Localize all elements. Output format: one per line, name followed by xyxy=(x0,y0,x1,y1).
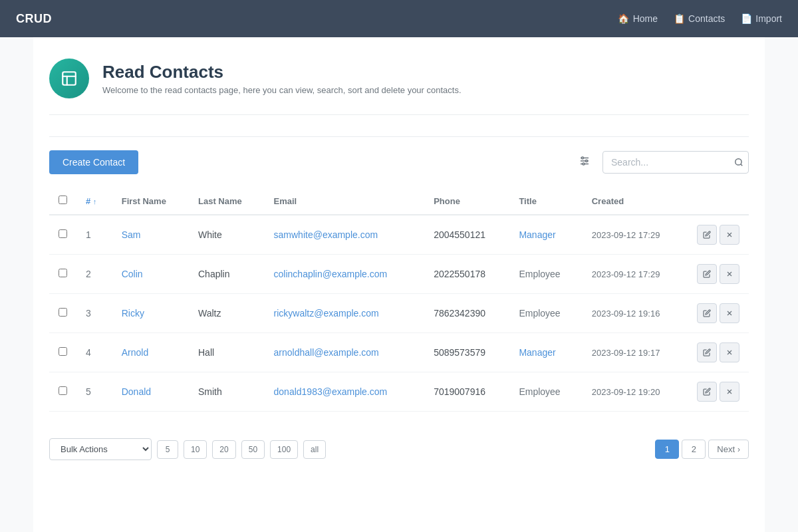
td-actions-1 xyxy=(688,215,749,255)
edit-button-3[interactable] xyxy=(697,303,717,323)
table-row: 4 Arnold Hall arnoldhall@example.com 508… xyxy=(49,333,749,372)
import-icon: 📄 xyxy=(741,13,751,24)
table-row: 5 Donald Smith donald1983@example.com 70… xyxy=(49,372,749,412)
td-actions-5 xyxy=(688,372,749,412)
td-created-1: 2023-09-12 17:29 xyxy=(583,215,688,255)
select-all-checkbox[interactable] xyxy=(59,196,67,204)
th-select-all xyxy=(49,188,76,215)
row-checkbox-3[interactable] xyxy=(59,308,67,317)
per-page-5[interactable]: 5 xyxy=(157,440,178,459)
row-checkbox-5[interactable] xyxy=(59,386,67,395)
td-email-3: rickywaltz@example.com xyxy=(265,294,425,333)
td-actions-2 xyxy=(688,255,749,294)
page-header: Read Contacts Welcome to the read contac… xyxy=(49,59,749,115)
td-phone-5: 7019007916 xyxy=(424,372,509,412)
navbar-nav: 🏠 Home 📋 Contacts 📄 Import xyxy=(618,13,782,24)
row-checkbox-2[interactable] xyxy=(59,269,67,277)
next-page-button[interactable]: Next › xyxy=(708,440,749,459)
table-header: # ↑ First Name Last Name Email Phone Tit… xyxy=(49,188,749,215)
nav-label-import: Import xyxy=(755,13,782,24)
delete-button-5[interactable] xyxy=(720,382,739,402)
search-button[interactable] xyxy=(734,158,743,167)
contacts-table-container: # ↑ First Name Last Name Email Phone Tit… xyxy=(49,188,749,412)
per-page-all[interactable]: all xyxy=(303,440,326,459)
edit-button-4[interactable] xyxy=(697,342,717,362)
edit-button-2[interactable] xyxy=(697,264,717,284)
td-id-3: 3 xyxy=(76,294,112,333)
main-content: Read Contacts Welcome to the read contac… xyxy=(33,37,765,532)
td-actions-4 xyxy=(688,333,749,372)
delete-button-4[interactable] xyxy=(720,342,739,362)
navbar: CRUD 🏠 Home 📋 Contacts 📄 Import xyxy=(0,0,798,37)
td-lastname-2: Chaplin xyxy=(189,255,265,294)
td-checkbox-2 xyxy=(49,255,76,294)
td-created-5: 2023-09-12 19:20 xyxy=(583,372,688,412)
table-row: 3 Ricky Waltz rickywaltz@example.com 786… xyxy=(49,294,749,333)
td-checkbox-5 xyxy=(49,372,76,412)
per-page-50[interactable]: 50 xyxy=(241,440,265,459)
page-title: Read Contacts xyxy=(102,62,462,82)
td-title-1: Manager xyxy=(509,215,582,255)
edit-button-5[interactable] xyxy=(697,382,717,402)
nav-item-import[interactable]: 📄 Import xyxy=(741,13,782,24)
page-2-button[interactable]: 2 xyxy=(682,440,706,459)
th-last-name[interactable]: Last Name xyxy=(189,188,265,215)
td-title-4: Manager xyxy=(509,333,582,372)
page-1-button[interactable]: 1 xyxy=(655,440,679,459)
bulk-actions-select[interactable]: Bulk Actions Delete Selected xyxy=(49,438,152,460)
search-wrapper xyxy=(602,151,749,174)
td-checkbox-3 xyxy=(49,294,76,333)
td-firstname-2: Colin xyxy=(112,255,189,294)
per-page-100[interactable]: 100 xyxy=(270,440,298,459)
td-phone-4: 5089573579 xyxy=(424,333,509,372)
navbar-brand: CRUD xyxy=(16,12,52,26)
td-lastname-5: Smith xyxy=(189,372,265,412)
toolbar-right xyxy=(573,151,749,174)
delete-button-1[interactable] xyxy=(720,225,739,245)
delete-button-3[interactable] xyxy=(720,303,739,323)
td-actions-3 xyxy=(688,294,749,333)
row-checkbox-1[interactable] xyxy=(59,229,67,238)
td-created-2: 2023-09-12 17:29 xyxy=(583,255,688,294)
create-contact-button[interactable]: Create Contact xyxy=(49,150,138,174)
delete-button-2[interactable] xyxy=(720,264,739,284)
contacts-icon: 📋 xyxy=(674,13,684,24)
table-footer: Bulk Actions Delete Selected 5 10 20 50 … xyxy=(49,428,749,460)
per-page-10[interactable]: 10 xyxy=(184,440,207,459)
th-id[interactable]: # ↑ xyxy=(76,188,112,215)
td-lastname-4: Hall xyxy=(189,333,265,372)
nav-item-contacts[interactable]: 📋 Contacts xyxy=(674,13,725,24)
row-checkbox-4[interactable] xyxy=(59,347,67,356)
edit-button-1[interactable] xyxy=(697,225,717,245)
th-phone[interactable]: Phone xyxy=(424,188,509,215)
page-header-icon xyxy=(49,59,89,98)
td-phone-2: 2022550178 xyxy=(424,255,509,294)
chevron-right-icon: › xyxy=(737,445,740,454)
search-input[interactable] xyxy=(602,151,749,174)
page-subtitle: Welcome to the read contacts page, here … xyxy=(102,85,462,95)
page-header-text: Read Contacts Welcome to the read contac… xyxy=(102,62,462,95)
td-email-4: arnoldhall@example.com xyxy=(265,333,425,372)
td-id-4: 4 xyxy=(76,333,112,372)
td-phone-3: 7862342390 xyxy=(424,294,509,333)
td-lastname-1: White xyxy=(189,215,265,255)
td-firstname-5: Donald xyxy=(112,372,189,412)
th-created[interactable]: Created xyxy=(583,188,688,215)
toolbar: Create Contact xyxy=(49,150,749,174)
home-icon: 🏠 xyxy=(618,13,629,24)
svg-point-8 xyxy=(583,163,585,165)
th-email[interactable]: Email xyxy=(265,188,425,215)
svg-line-10 xyxy=(741,164,743,166)
td-lastname-3: Waltz xyxy=(189,294,265,333)
td-firstname-3: Ricky xyxy=(112,294,189,333)
nav-label-contacts: Contacts xyxy=(688,13,725,24)
td-firstname-4: Arnold xyxy=(112,333,189,372)
per-page-20[interactable]: 20 xyxy=(212,440,235,459)
filter-icon-button[interactable] xyxy=(573,151,596,174)
td-id-5: 5 xyxy=(76,372,112,412)
nav-item-home[interactable]: 🏠 Home xyxy=(618,13,658,24)
th-first-name[interactable]: First Name xyxy=(112,188,189,215)
next-label: Next xyxy=(717,444,735,454)
td-phone-1: 2004550121 xyxy=(424,215,509,255)
th-title[interactable]: Title xyxy=(509,188,582,215)
